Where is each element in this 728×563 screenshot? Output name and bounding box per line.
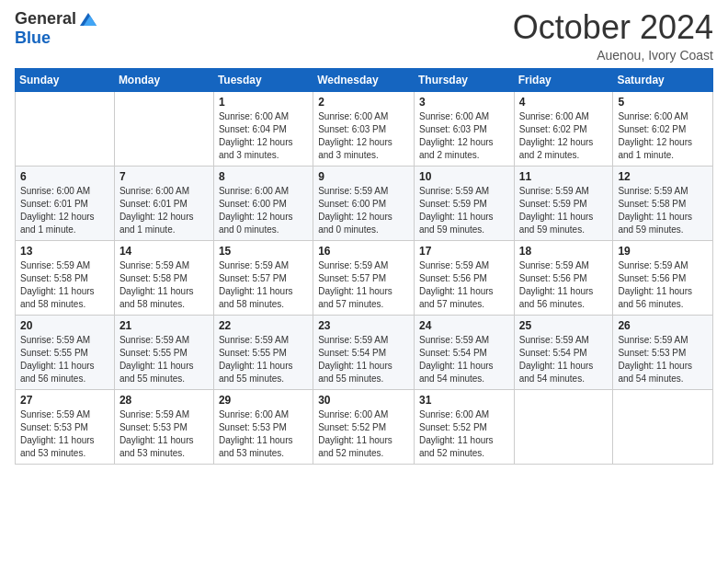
page: General Blue October 2024 Auenou, Ivory … <box>0 0 728 563</box>
table-row <box>613 389 713 464</box>
table-row: 12Sunrise: 5:59 AMSunset: 5:58 PMDayligh… <box>613 166 713 240</box>
table-row: 23Sunrise: 5:59 AMSunset: 5:54 PMDayligh… <box>313 315 415 389</box>
day-info: Sunrise: 5:59 AMSunset: 5:56 PMDaylight:… <box>419 259 509 311</box>
day-number: 20 <box>20 319 109 332</box>
logo-general-text: General <box>15 10 76 29</box>
calendar-week-row: 6Sunrise: 6:00 AMSunset: 6:01 PMDaylight… <box>16 166 713 240</box>
day-info: Sunrise: 6:00 AMSunset: 5:53 PMDaylight:… <box>219 408 308 460</box>
day-number: 8 <box>219 170 308 183</box>
day-info: Sunrise: 6:00 AMSunset: 6:04 PMDaylight:… <box>219 110 308 162</box>
day-info: Sunrise: 5:59 AMSunset: 5:54 PMDaylight:… <box>318 334 409 385</box>
day-info: Sunrise: 5:59 AMSunset: 5:56 PMDaylight:… <box>519 259 609 311</box>
table-row: 18Sunrise: 5:59 AMSunset: 5:56 PMDayligh… <box>514 240 613 315</box>
table-row: 3Sunrise: 6:00 AMSunset: 6:03 PMDaylight… <box>414 91 514 166</box>
day-number: 25 <box>519 319 609 332</box>
day-number: 7 <box>119 170 209 183</box>
day-number: 12 <box>618 170 708 183</box>
table-row <box>514 389 613 464</box>
logo-icon <box>78 9 98 29</box>
header: General Blue October 2024 Auenou, Ivory … <box>15 9 713 63</box>
day-number: 18 <box>519 245 609 258</box>
day-number: 28 <box>119 394 209 407</box>
table-row: 31Sunrise: 6:00 AMSunset: 5:52 PMDayligh… <box>414 389 514 464</box>
day-number: 11 <box>519 170 609 183</box>
day-info: Sunrise: 6:00 AMSunset: 6:01 PMDaylight:… <box>20 185 109 236</box>
day-info: Sunrise: 6:00 AMSunset: 6:02 PMDaylight:… <box>618 110 708 162</box>
day-info: Sunrise: 5:59 AMSunset: 5:53 PMDaylight:… <box>20 408 109 460</box>
day-number: 21 <box>119 319 209 332</box>
table-row: 1Sunrise: 6:00 AMSunset: 6:04 PMDaylight… <box>213 91 313 166</box>
day-number: 10 <box>419 170 509 183</box>
day-info: Sunrise: 5:59 AMSunset: 5:56 PMDaylight:… <box>618 259 708 311</box>
table-row: 20Sunrise: 5:59 AMSunset: 5:55 PMDayligh… <box>16 315 115 389</box>
day-number: 23 <box>318 319 409 332</box>
day-number: 6 <box>20 170 109 183</box>
table-row: 11Sunrise: 5:59 AMSunset: 5:59 PMDayligh… <box>514 166 613 240</box>
col-saturday: Saturday <box>613 68 713 91</box>
calendar-week-row: 27Sunrise: 5:59 AMSunset: 5:53 PMDayligh… <box>16 389 713 464</box>
day-info: Sunrise: 6:00 AMSunset: 6:00 PMDaylight:… <box>219 185 308 236</box>
calendar-week-row: 1Sunrise: 6:00 AMSunset: 6:04 PMDaylight… <box>16 91 713 166</box>
day-info: Sunrise: 6:00 AMSunset: 6:03 PMDaylight:… <box>318 110 409 162</box>
table-row: 8Sunrise: 6:00 AMSunset: 6:00 PMDaylight… <box>213 166 313 240</box>
day-info: Sunrise: 5:59 AMSunset: 5:59 PMDaylight:… <box>419 185 509 236</box>
day-info: Sunrise: 5:59 AMSunset: 5:59 PMDaylight:… <box>519 185 609 236</box>
col-sunday: Sunday <box>16 68 115 91</box>
logo-blue-text: Blue <box>15 29 51 47</box>
day-info: Sunrise: 6:00 AMSunset: 6:03 PMDaylight:… <box>419 110 509 162</box>
day-number: 5 <box>618 96 708 109</box>
table-row: 5Sunrise: 6:00 AMSunset: 6:02 PMDaylight… <box>613 91 713 166</box>
calendar-table: Sunday Monday Tuesday Wednesday Thursday… <box>15 68 713 465</box>
day-info: Sunrise: 6:00 AMSunset: 6:01 PMDaylight:… <box>119 185 209 236</box>
day-number: 14 <box>119 245 209 258</box>
day-info: Sunrise: 5:59 AMSunset: 5:55 PMDaylight:… <box>20 334 109 385</box>
table-row: 7Sunrise: 6:00 AMSunset: 6:01 PMDaylight… <box>114 166 213 240</box>
day-info: Sunrise: 5:59 AMSunset: 6:00 PMDaylight:… <box>318 185 409 236</box>
day-number: 15 <box>219 245 308 258</box>
table-row: 13Sunrise: 5:59 AMSunset: 5:58 PMDayligh… <box>16 240 115 315</box>
day-info: Sunrise: 5:59 AMSunset: 5:57 PMDaylight:… <box>318 259 409 311</box>
table-row: 22Sunrise: 5:59 AMSunset: 5:55 PMDayligh… <box>213 315 313 389</box>
day-info: Sunrise: 5:59 AMSunset: 5:53 PMDaylight:… <box>119 408 209 460</box>
col-friday: Friday <box>514 68 613 91</box>
day-number: 22 <box>219 319 308 332</box>
location: Auenou, Ivory Coast <box>513 48 713 63</box>
day-number: 19 <box>618 245 708 258</box>
day-number: 9 <box>318 170 409 183</box>
month-title: October 2024 <box>513 9 713 46</box>
day-number: 30 <box>318 394 409 407</box>
table-row: 6Sunrise: 6:00 AMSunset: 6:01 PMDaylight… <box>16 166 115 240</box>
col-thursday: Thursday <box>414 68 514 91</box>
table-row: 14Sunrise: 5:59 AMSunset: 5:58 PMDayligh… <box>114 240 213 315</box>
table-row: 17Sunrise: 5:59 AMSunset: 5:56 PMDayligh… <box>414 240 514 315</box>
day-number: 4 <box>519 96 609 109</box>
day-info: Sunrise: 5:59 AMSunset: 5:58 PMDaylight:… <box>20 259 109 311</box>
day-info: Sunrise: 5:59 AMSunset: 5:55 PMDaylight:… <box>119 334 209 385</box>
day-number: 16 <box>318 245 409 258</box>
day-info: Sunrise: 5:59 AMSunset: 5:57 PMDaylight:… <box>219 259 308 311</box>
day-info: Sunrise: 5:59 AMSunset: 5:58 PMDaylight:… <box>119 259 209 311</box>
col-monday: Monday <box>114 68 213 91</box>
day-number: 2 <box>318 96 409 109</box>
calendar-week-row: 20Sunrise: 5:59 AMSunset: 5:55 PMDayligh… <box>16 315 713 389</box>
day-info: Sunrise: 6:00 AMSunset: 6:02 PMDaylight:… <box>519 110 609 162</box>
day-number: 1 <box>219 96 308 109</box>
table-row: 21Sunrise: 5:59 AMSunset: 5:55 PMDayligh… <box>114 315 213 389</box>
day-info: Sunrise: 5:59 AMSunset: 5:58 PMDaylight:… <box>618 185 708 236</box>
table-row: 30Sunrise: 6:00 AMSunset: 5:52 PMDayligh… <box>313 389 415 464</box>
day-info: Sunrise: 6:00 AMSunset: 5:52 PMDaylight:… <box>318 408 409 460</box>
day-number: 13 <box>20 245 109 258</box>
title-block: October 2024 Auenou, Ivory Coast <box>513 9 713 63</box>
table-row: 25Sunrise: 5:59 AMSunset: 5:54 PMDayligh… <box>514 315 613 389</box>
day-number: 17 <box>419 245 509 258</box>
table-row: 9Sunrise: 5:59 AMSunset: 6:00 PMDaylight… <box>313 166 415 240</box>
table-row <box>114 91 213 166</box>
day-info: Sunrise: 5:59 AMSunset: 5:54 PMDaylight:… <box>419 334 509 385</box>
table-row: 2Sunrise: 6:00 AMSunset: 6:03 PMDaylight… <box>313 91 415 166</box>
day-number: 3 <box>419 96 509 109</box>
day-number: 29 <box>219 394 308 407</box>
table-row: 28Sunrise: 5:59 AMSunset: 5:53 PMDayligh… <box>114 389 213 464</box>
table-row <box>16 91 115 166</box>
table-row: 4Sunrise: 6:00 AMSunset: 6:02 PMDaylight… <box>514 91 613 166</box>
table-row: 19Sunrise: 5:59 AMSunset: 5:56 PMDayligh… <box>613 240 713 315</box>
